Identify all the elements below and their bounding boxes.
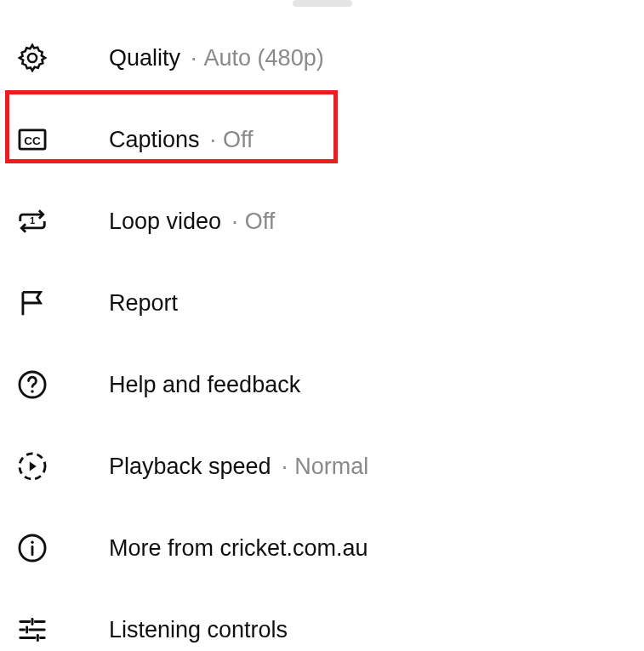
flag-icon [15,286,49,320]
menu-label: Help and feedback [109,374,300,397]
menu-item-quality[interactable]: Quality · Auto (480p) [0,17,644,99]
drag-handle[interactable] [293,0,352,7]
info-icon [15,531,49,565]
separator-dot: · [282,455,288,478]
menu-label: Loop video [109,210,221,233]
menu-item-help[interactable]: Help and feedback [0,344,644,425]
cc-icon: CC [15,123,49,157]
menu-label: Listening controls [109,619,288,642]
menu-label: Report [109,292,178,315]
svg-text:CC: CC [24,134,41,147]
menu-item-listening-controls[interactable]: Listening controls [0,589,644,651]
menu-label: Quality [109,47,180,70]
menu-label: More from cricket.com.au [109,537,368,560]
menu-item-loop[interactable]: 1 Loop video · Off [0,180,644,262]
svg-point-8 [31,541,33,544]
menu-value: Auto (480p) [204,47,324,70]
menu-item-captions[interactable]: CC Captions · Off [0,99,644,180]
menu-label: Playback speed [109,455,271,478]
menu-label: Captions [109,128,200,151]
menu-item-playback-speed[interactable]: Playback speed · Normal [0,425,644,507]
separator-dot: · [191,47,197,70]
sliders-icon [15,613,49,647]
menu-item-report[interactable]: Report [0,262,644,344]
svg-point-5 [31,390,33,392]
gear-icon [15,41,49,75]
loop-icon: 1 [15,204,49,238]
menu-item-more-from[interactable]: More from cricket.com.au [0,507,644,589]
separator-dot: · [231,210,238,233]
svg-point-0 [28,54,37,62]
menu-value: Off [245,210,276,233]
speed-icon [15,449,49,483]
svg-text:1: 1 [30,215,35,226]
menu-value: Off [223,128,254,151]
separator-dot: · [210,128,217,151]
help-icon [15,368,49,402]
menu-value: Normal [294,455,368,478]
settings-menu: Quality · Auto (480p) CC Captions · Off [0,0,644,651]
